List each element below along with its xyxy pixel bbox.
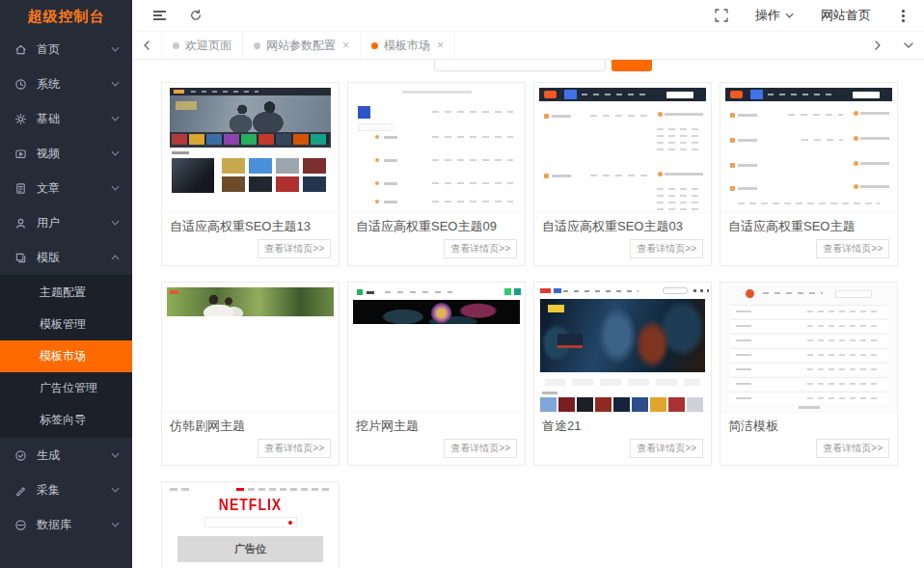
sidebar-item-ad-manage[interactable]: 广告位管理 xyxy=(0,372,132,404)
site-home-link[interactable]: 网站首页 xyxy=(821,7,871,24)
app-logo: 超级控制台 xyxy=(0,0,132,32)
thumb-poster-row xyxy=(222,176,330,192)
thumb-poster-row xyxy=(540,397,705,413)
article-icon xyxy=(14,182,27,195)
sidebar-item-label: 视频 xyxy=(37,146,111,162)
thumb-art xyxy=(835,290,872,298)
thumb-art xyxy=(860,162,889,165)
view-detail-link[interactable]: 查看详情页>> xyxy=(816,239,889,258)
fullscreen-icon[interactable] xyxy=(715,9,728,22)
thumb-nav xyxy=(539,88,706,101)
chevron-left-icon xyxy=(143,41,150,50)
thumb-tag-pills xyxy=(544,378,701,387)
template-title: 挖片网主题 xyxy=(348,413,525,434)
video-icon xyxy=(14,148,27,160)
template-title: 自适应高权重SEO主题13 xyxy=(162,213,339,234)
main-area: 操作 网站首页 欢迎页面 网站参数配置 × 模板市场 xyxy=(132,0,924,568)
sidebar-item-label: 生成 xyxy=(37,447,111,464)
sidebar-item-system[interactable]: 系统 xyxy=(0,67,132,101)
tabs-scroll-left[interactable] xyxy=(132,32,161,59)
thumb-poster xyxy=(172,158,214,193)
sidebar-item-article[interactable]: 文章 xyxy=(0,171,132,205)
view-detail-link[interactable]: 查看详情页>> xyxy=(258,239,331,258)
thumb-art xyxy=(542,392,557,394)
thumb-row xyxy=(358,181,513,185)
thumb-art xyxy=(552,175,571,177)
thumb-art xyxy=(657,185,703,210)
tab-site-params[interactable]: 网站参数配置 × xyxy=(243,32,361,59)
template-card: 自适应高权重SEO主题09 查看详情页>> xyxy=(347,82,526,266)
template-title: 简洁模板 xyxy=(720,413,897,434)
chevron-down-icon xyxy=(111,522,120,527)
template-icon xyxy=(14,252,27,264)
template-thumbnail-seo xyxy=(720,83,897,213)
thumb-art xyxy=(788,114,843,116)
close-icon[interactable]: × xyxy=(342,39,349,52)
template-title: 自适应高权重SEO主题03 xyxy=(534,213,711,234)
app-window: 超级控制台 首页 系统 基础 视频 文章 用户 xyxy=(0,0,924,568)
tab-welcome[interactable]: 欢迎页面 xyxy=(161,32,243,59)
chevron-down-icon xyxy=(111,185,120,191)
collapse-sidebar-icon[interactable] xyxy=(153,9,166,22)
sidebar-item-label: 系统 xyxy=(37,76,111,93)
thumb-art xyxy=(657,125,703,150)
thumb-art xyxy=(563,290,639,292)
tabs-scroll-right[interactable] xyxy=(862,32,893,59)
sidebar-item-tag-wizard[interactable]: 标签向导 xyxy=(0,404,132,436)
chevron-down-icon xyxy=(785,13,794,18)
template-card: 自适应高权重SEO主题13 查看详情页>> xyxy=(161,82,340,266)
thumb-art xyxy=(860,137,889,140)
thumb-search-box xyxy=(204,517,297,527)
thumb-art xyxy=(738,139,757,142)
tab-template-market[interactable]: 模板市场 × xyxy=(361,32,455,59)
tabs-menu[interactable] xyxy=(893,32,924,59)
home-icon xyxy=(14,43,27,56)
sidebar-item-template-manage[interactable]: 模板管理 xyxy=(0,309,132,340)
template-thumbnail-seo13 xyxy=(162,83,339,213)
chevron-down-icon xyxy=(111,150,120,156)
close-icon[interactable]: × xyxy=(437,39,444,52)
kebab-menu-icon[interactable] xyxy=(902,14,905,17)
sidebar-item-basic[interactable]: 基础 xyxy=(0,101,132,136)
template-card: 自适应高权重SEO主题 查看详情页>> xyxy=(720,82,898,266)
thumb-art xyxy=(552,115,571,118)
sidebar-item-user[interactable]: 用户 xyxy=(0,205,132,240)
view-detail-link[interactable]: 查看详情页>> xyxy=(630,239,703,258)
view-detail-link[interactable]: 查看详情页>> xyxy=(258,439,331,458)
sidebar-item-video[interactable]: 视频 xyxy=(0,136,132,171)
sidebar-item-database[interactable]: 数据库 xyxy=(0,507,132,542)
generate-icon xyxy=(14,449,27,462)
sidebar-item-theme-config[interactable]: 主题配置 xyxy=(0,277,132,309)
template-submenu: 主题配置 模板管理 模板市场 广告位管理 标签向导 xyxy=(0,275,132,438)
actions-dropdown[interactable]: 操作 xyxy=(755,7,794,24)
sidebar-item-label: 文章 xyxy=(37,180,111,197)
template-grid: 自适应高权重SEO主题13 查看详情页>> 自适应高 xyxy=(161,82,913,568)
view-detail-link[interactable]: 查看详情页>> xyxy=(630,439,703,458)
topbar: 操作 网站首页 xyxy=(132,0,924,32)
view-detail-link[interactable]: 查看详情页>> xyxy=(444,439,517,458)
sidebar-item-collect[interactable]: 采集 xyxy=(0,473,132,507)
thumb-art xyxy=(358,123,393,131)
tabbar: 欢迎页面 网站参数配置 × 模板市场 × xyxy=(132,32,924,60)
sidebar-item-label: 基础 xyxy=(37,111,111,127)
sidebar-item-generate[interactable]: 生成 xyxy=(0,438,132,473)
template-card: NETFLIX 广告位 xyxy=(161,481,340,568)
sidebar-item-template-market[interactable]: 模板市场 xyxy=(0,340,132,372)
thumb-nav xyxy=(170,88,331,95)
thumb-art xyxy=(802,139,843,141)
search-button[interactable] xyxy=(611,60,652,71)
thumb-art xyxy=(799,406,820,409)
search-input[interactable] xyxy=(434,60,606,71)
netflix-logo: NETFLIX xyxy=(162,496,339,513)
user-icon xyxy=(14,217,27,230)
search-strip xyxy=(161,60,924,82)
view-detail-link[interactable]: 查看详情页>> xyxy=(444,239,517,258)
thumb-hero xyxy=(170,95,331,132)
sidebar-item-template[interactable]: 模版 xyxy=(0,240,132,275)
template-card: 简洁模板 查看详情页>> xyxy=(720,282,898,466)
thumb-art xyxy=(590,115,647,117)
sidebar-item-home[interactable]: 首页 xyxy=(0,32,132,67)
view-detail-link[interactable]: 查看详情页>> xyxy=(816,439,889,458)
thumb-art xyxy=(665,113,703,116)
refresh-icon[interactable] xyxy=(189,9,203,22)
